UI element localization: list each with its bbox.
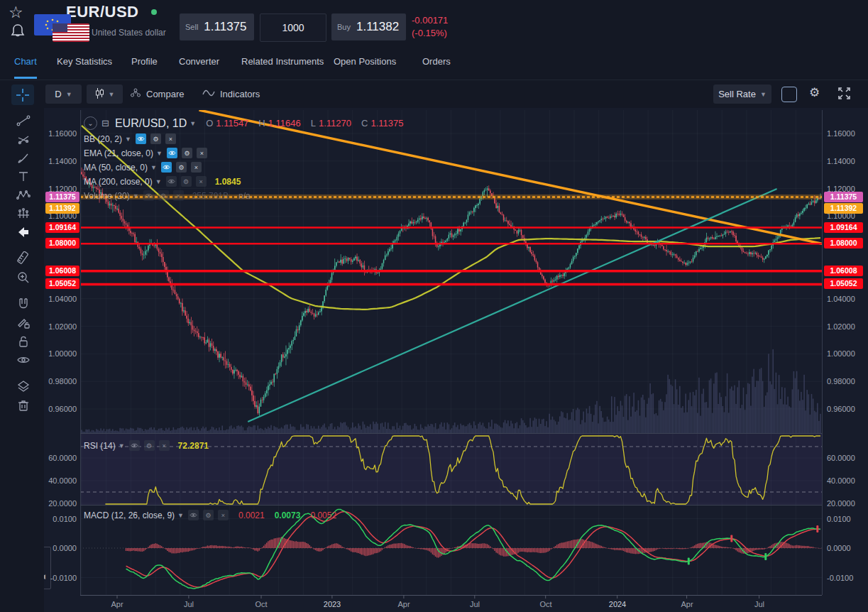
sell-rate-value: Sell Rate (718, 89, 756, 99)
indicator-value: 255.791B (192, 191, 229, 201)
chart-style-dropdown[interactable]: ▼ (87, 84, 123, 104)
eye-icon[interactable] (143, 190, 154, 201)
gear-icon[interactable]: ⚙ (150, 133, 161, 144)
chevron-down-icon: ▼ (119, 442, 125, 449)
gear-icon[interactable]: ⚙ (203, 510, 214, 520)
sell-label: Sell (185, 23, 198, 31)
close-icon[interactable]: × (165, 133, 176, 144)
eye-icon[interactable] (167, 148, 177, 158)
indicator-name: EMA (21, close, 0) (84, 148, 153, 158)
ohlc-value: 1.11646 (268, 118, 301, 129)
change-percent: (-0.15%) (412, 27, 448, 40)
rsi-legend-row[interactable]: RSI (14) ▼ ⚙ × 72.2871 (84, 440, 209, 451)
tab-related-instruments[interactable]: Related Instruments (241, 44, 324, 79)
eye-icon[interactable] (161, 162, 172, 173)
layers-tool[interactable] (15, 378, 32, 395)
magnet-tool[interactable] (15, 295, 32, 312)
sell-price: 1.11375 (204, 20, 246, 34)
close-icon[interactable]: × (191, 162, 202, 173)
lock-tool[interactable] (15, 333, 32, 350)
brush-tool[interactable] (15, 150, 32, 167)
us-flag (53, 23, 89, 42)
collapse-legend-icon[interactable]: ⌄ (84, 116, 97, 130)
price-change: -0.00171 (-0.15%) (412, 14, 448, 40)
gear-icon[interactable]: ⚙ (181, 176, 192, 187)
hide-drawings-tool[interactable] (15, 351, 32, 368)
trend-line-tool[interactable] (15, 112, 32, 129)
crosshair-tool[interactable] (11, 84, 34, 105)
indicator-name: BB (20, 2) (84, 134, 122, 144)
indicators-button[interactable]: Indicators (202, 84, 260, 104)
remove-drawings-tool[interactable] (15, 397, 32, 414)
legend-symbol[interactable]: EUR/USD, 1D (115, 117, 187, 130)
indicator-legend-row[interactable]: MA (50, close, 0) ▼ ⚙ × (84, 162, 202, 173)
chart-toolbar: D▼ ▼ Compare (0, 80, 868, 108)
eye-icon[interactable] (129, 440, 140, 451)
zoom-in-tool[interactable] (15, 269, 32, 286)
ohlc-value: 1.11547 (216, 118, 248, 129)
tab-profile[interactable]: Profile (131, 44, 158, 79)
ohlc-value: 1.11270 (319, 118, 351, 129)
indicator-legend-row[interactable]: Volume (20) ▼ ⚙ ×255.791Bn/a (84, 190, 251, 201)
gear-icon[interactable]: ⚙ (144, 440, 155, 451)
header: ☆ EUR/USD Euro - United States dollar (0, 0, 868, 44)
macd-legend-row[interactable]: MACD (12, 26, close, 9) ▼ ⚙ × 0.0021 0.0… (84, 510, 336, 520)
eye-icon[interactable] (188, 510, 199, 520)
eye-icon[interactable] (136, 133, 146, 144)
gear-icon[interactable]: ⚙ (182, 148, 192, 158)
chevron-down-icon: ▼ (189, 120, 196, 127)
indicator-name: RSI (14) (84, 441, 116, 451)
compare-button[interactable]: Compare (130, 84, 184, 104)
tab-open-positions[interactable]: Open Positions (334, 44, 396, 79)
indicator-legend-row[interactable]: BB (20, 2) ▼ ⚙ × (84, 133, 176, 144)
close-icon[interactable]: × (173, 190, 184, 201)
text-tool[interactable] (15, 168, 32, 185)
gear-icon[interactable]: ⚙ (158, 190, 169, 201)
snapshot-icon[interactable] (781, 87, 797, 102)
change-absolute: -0.00171 (412, 14, 448, 27)
indicator-name: MACD (12, 26, close, 9) (84, 510, 175, 520)
arrow-marker-tool[interactable] (15, 224, 32, 241)
amount-input[interactable]: 1000 (260, 13, 326, 42)
ruler-tool[interactable] (15, 250, 32, 267)
drawing-lock-tool[interactable] (15, 315, 32, 332)
rsi-value: 72.2871 (178, 441, 209, 451)
chevron-down-icon: ▼ (125, 136, 131, 143)
indicator-name: MA (200, close, 0) (84, 177, 153, 187)
alert-bell-icon[interactable] (10, 23, 26, 43)
buy-label: Buy (337, 23, 351, 31)
close-icon[interactable]: × (159, 440, 170, 451)
chevron-down-icon: ▼ (155, 178, 162, 185)
pattern-tool[interactable] (15, 187, 32, 204)
interval-dropdown[interactable]: D▼ (45, 84, 82, 104)
tab-chart[interactable]: Chart (14, 44, 37, 79)
eye-icon[interactable] (166, 176, 177, 187)
fullscreen-icon[interactable] (837, 87, 851, 103)
drawing-toolbar (0, 108, 44, 612)
ohlc-value: 1.11375 (370, 118, 403, 129)
indicator-value: 1.0845 (215, 177, 241, 187)
symbol-legend[interactable]: ⌄ ⊟ EUR/USD, 1D ▼O1.11547H1.11646L1.1127… (84, 116, 403, 130)
indicator-legend-row[interactable]: EMA (21, close, 0) ▼ ⚙ × (84, 148, 207, 158)
tab-key-statistics[interactable]: Key Statistics (57, 44, 112, 79)
close-icon[interactable]: × (218, 510, 229, 520)
macd-hist-value: 0.0021 (238, 510, 265, 520)
close-icon[interactable]: × (196, 176, 207, 187)
cross-line-tool[interactable] (15, 131, 32, 148)
gear-icon[interactable]: ⚙ (176, 162, 187, 173)
buy-price: 1.11382 (356, 20, 399, 34)
close-icon[interactable]: × (197, 148, 207, 158)
forecast-tool[interactable] (15, 205, 32, 222)
compare-label: Compare (146, 89, 184, 99)
favorite-star-icon[interactable]: ☆ (9, 3, 23, 22)
sell-rate-dropdown[interactable]: Sell Rate▼ (713, 84, 771, 104)
macd-signal-value: 0.0052 (310, 510, 336, 520)
indicator-legend-row[interactable]: MA (200, close, 0) ▼ ⚙ ×1.0845 (84, 176, 241, 187)
buy-button[interactable]: Buy 1.11382 (331, 13, 406, 40)
indicators-label: Indicators (220, 89, 260, 99)
tab-converter[interactable]: Converter (179, 44, 219, 79)
tab-orders[interactable]: Orders (422, 44, 451, 79)
settings-gear-icon[interactable]: ⚙ (809, 85, 820, 100)
sell-button[interactable]: Sell 1.11375 (180, 13, 254, 40)
tree-icon[interactable]: ⊟ (101, 118, 109, 129)
